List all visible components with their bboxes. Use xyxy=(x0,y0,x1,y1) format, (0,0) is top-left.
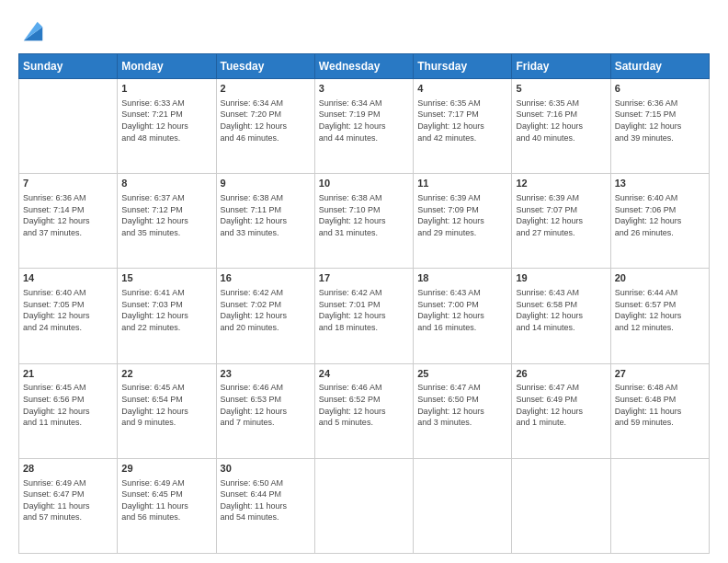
calendar-cell: 11Sunrise: 6:39 AM Sunset: 7:09 PM Dayli… xyxy=(414,174,512,269)
calendar-header-row: SundayMondayTuesdayWednesdayThursdayFrid… xyxy=(19,54,710,79)
page: SundayMondayTuesdayWednesdayThursdayFrid… xyxy=(0,0,728,563)
week-row-3: 14Sunrise: 6:40 AM Sunset: 7:05 PM Dayli… xyxy=(19,269,710,363)
calendar-cell: 24Sunrise: 6:46 AM Sunset: 6:52 PM Dayli… xyxy=(314,363,413,458)
week-row-2: 7Sunrise: 6:36 AM Sunset: 7:14 PM Daylig… xyxy=(19,174,710,269)
calendar-cell: 16Sunrise: 6:42 AM Sunset: 7:02 PM Dayli… xyxy=(216,269,314,363)
day-number: 10 xyxy=(319,177,409,190)
cell-content: Sunrise: 6:36 AM Sunset: 7:15 PM Dayligh… xyxy=(615,98,705,144)
day-number: 15 xyxy=(121,271,211,285)
day-number: 6 xyxy=(615,82,705,96)
calendar-cell xyxy=(512,458,610,553)
calendar-cell: 26Sunrise: 6:47 AM Sunset: 6:49 PM Dayli… xyxy=(512,363,610,458)
calendar-cell: 8Sunrise: 6:37 AM Sunset: 7:12 PM Daylig… xyxy=(118,174,216,269)
logo xyxy=(18,18,46,44)
cell-content: Sunrise: 6:43 AM Sunset: 7:00 PM Dayligh… xyxy=(417,287,507,333)
day-header-sunday: Sunday xyxy=(19,54,118,79)
cell-content: Sunrise: 6:40 AM Sunset: 7:05 PM Dayligh… xyxy=(23,287,113,333)
calendar-cell: 22Sunrise: 6:45 AM Sunset: 6:54 PM Dayli… xyxy=(118,363,216,458)
calendar-cell: 29Sunrise: 6:49 AM Sunset: 6:45 PM Dayli… xyxy=(118,458,216,553)
cell-content: Sunrise: 6:41 AM Sunset: 7:03 PM Dayligh… xyxy=(121,287,211,333)
day-number: 26 xyxy=(516,367,606,381)
calendar-cell xyxy=(314,458,413,553)
day-number: 17 xyxy=(319,271,409,285)
day-number: 5 xyxy=(516,82,606,96)
calendar-cell: 28Sunrise: 6:49 AM Sunset: 6:47 PM Dayli… xyxy=(19,458,118,553)
cell-content: Sunrise: 6:36 AM Sunset: 7:14 PM Dayligh… xyxy=(23,192,113,238)
cell-content: Sunrise: 6:49 AM Sunset: 6:45 PM Dayligh… xyxy=(121,477,211,523)
cell-content: Sunrise: 6:39 AM Sunset: 7:07 PM Dayligh… xyxy=(516,192,606,238)
cell-content: Sunrise: 6:33 AM Sunset: 7:21 PM Dayligh… xyxy=(121,98,211,144)
calendar-cell: 23Sunrise: 6:46 AM Sunset: 6:53 PM Dayli… xyxy=(216,363,314,458)
day-number: 30 xyxy=(221,462,311,476)
cell-content: Sunrise: 6:46 AM Sunset: 6:52 PM Dayligh… xyxy=(319,382,409,428)
day-number: 25 xyxy=(417,367,507,381)
calendar-cell: 2Sunrise: 6:34 AM Sunset: 7:20 PM Daylig… xyxy=(216,79,314,174)
day-number: 4 xyxy=(417,82,507,96)
week-row-5: 28Sunrise: 6:49 AM Sunset: 6:47 PM Dayli… xyxy=(19,458,710,553)
cell-content: Sunrise: 6:39 AM Sunset: 7:09 PM Dayligh… xyxy=(417,192,507,238)
day-number: 12 xyxy=(516,177,606,190)
day-header-thursday: Thursday xyxy=(414,54,512,79)
day-number: 27 xyxy=(615,367,705,381)
cell-content: Sunrise: 6:35 AM Sunset: 7:17 PM Dayligh… xyxy=(417,98,507,144)
calendar-cell: 18Sunrise: 6:43 AM Sunset: 7:00 PM Dayli… xyxy=(414,269,512,363)
day-number: 20 xyxy=(615,271,705,285)
day-number: 21 xyxy=(23,367,113,381)
week-row-4: 21Sunrise: 6:45 AM Sunset: 6:56 PM Dayli… xyxy=(19,363,710,458)
day-number: 16 xyxy=(221,271,311,285)
cell-content: Sunrise: 6:46 AM Sunset: 6:53 PM Dayligh… xyxy=(221,382,311,428)
cell-content: Sunrise: 6:34 AM Sunset: 7:19 PM Dayligh… xyxy=(319,98,409,144)
day-number: 8 xyxy=(121,177,211,190)
cell-content: Sunrise: 6:38 AM Sunset: 7:11 PM Dayligh… xyxy=(221,192,311,238)
day-header-monday: Monday xyxy=(118,54,216,79)
cell-content: Sunrise: 6:48 AM Sunset: 6:48 PM Dayligh… xyxy=(615,382,705,428)
calendar-cell: 21Sunrise: 6:45 AM Sunset: 6:56 PM Dayli… xyxy=(19,363,118,458)
day-number: 18 xyxy=(417,271,507,285)
day-number: 24 xyxy=(319,367,409,381)
day-number: 1 xyxy=(121,82,211,96)
day-number: 29 xyxy=(121,462,211,476)
day-number: 23 xyxy=(221,367,311,381)
day-header-wednesday: Wednesday xyxy=(314,54,413,79)
day-number: 14 xyxy=(23,271,113,285)
cell-content: Sunrise: 6:47 AM Sunset: 6:49 PM Dayligh… xyxy=(516,382,606,428)
calendar-cell: 14Sunrise: 6:40 AM Sunset: 7:05 PM Dayli… xyxy=(19,269,118,363)
calendar-cell: 4Sunrise: 6:35 AM Sunset: 7:17 PM Daylig… xyxy=(414,79,512,174)
calendar-cell: 13Sunrise: 6:40 AM Sunset: 7:06 PM Dayli… xyxy=(610,174,709,269)
calendar-cell: 30Sunrise: 6:50 AM Sunset: 6:44 PM Dayli… xyxy=(216,458,314,553)
day-number: 7 xyxy=(23,177,113,190)
calendar-cell: 3Sunrise: 6:34 AM Sunset: 7:19 PM Daylig… xyxy=(314,79,413,174)
day-number: 2 xyxy=(221,82,311,96)
day-header-saturday: Saturday xyxy=(610,54,709,79)
cell-content: Sunrise: 6:45 AM Sunset: 6:56 PM Dayligh… xyxy=(23,382,113,428)
cell-content: Sunrise: 6:38 AM Sunset: 7:10 PM Dayligh… xyxy=(319,192,409,238)
day-number: 9 xyxy=(221,177,311,190)
day-number: 13 xyxy=(615,177,705,190)
calendar-cell: 25Sunrise: 6:47 AM Sunset: 6:50 PM Dayli… xyxy=(414,363,512,458)
cell-content: Sunrise: 6:42 AM Sunset: 7:02 PM Dayligh… xyxy=(221,287,311,333)
day-number: 3 xyxy=(319,82,409,96)
calendar-cell: 5Sunrise: 6:35 AM Sunset: 7:16 PM Daylig… xyxy=(512,79,610,174)
calendar-cell: 9Sunrise: 6:38 AM Sunset: 7:11 PM Daylig… xyxy=(216,174,314,269)
calendar-cell: 27Sunrise: 6:48 AM Sunset: 6:48 PM Dayli… xyxy=(610,363,709,458)
calendar-cell xyxy=(414,458,512,553)
calendar-cell: 15Sunrise: 6:41 AM Sunset: 7:03 PM Dayli… xyxy=(118,269,216,363)
cell-content: Sunrise: 6:43 AM Sunset: 6:58 PM Dayligh… xyxy=(516,287,606,333)
day-number: 22 xyxy=(121,367,211,381)
cell-content: Sunrise: 6:47 AM Sunset: 6:50 PM Dayligh… xyxy=(417,382,507,428)
cell-content: Sunrise: 6:34 AM Sunset: 7:20 PM Dayligh… xyxy=(221,98,311,144)
cell-content: Sunrise: 6:35 AM Sunset: 7:16 PM Dayligh… xyxy=(516,98,606,144)
cell-content: Sunrise: 6:45 AM Sunset: 6:54 PM Dayligh… xyxy=(121,382,211,428)
calendar-cell: 20Sunrise: 6:44 AM Sunset: 6:57 PM Dayli… xyxy=(610,269,709,363)
cell-content: Sunrise: 6:40 AM Sunset: 7:06 PM Dayligh… xyxy=(615,192,705,238)
calendar-cell: 10Sunrise: 6:38 AM Sunset: 7:10 PM Dayli… xyxy=(314,174,413,269)
day-number: 28 xyxy=(23,462,113,476)
calendar-cell: 7Sunrise: 6:36 AM Sunset: 7:14 PM Daylig… xyxy=(19,174,118,269)
header xyxy=(18,15,710,44)
calendar-cell: 12Sunrise: 6:39 AM Sunset: 7:07 PM Dayli… xyxy=(512,174,610,269)
cell-content: Sunrise: 6:44 AM Sunset: 6:57 PM Dayligh… xyxy=(615,287,705,333)
day-number: 11 xyxy=(417,177,507,190)
calendar-cell xyxy=(19,79,118,174)
day-number: 19 xyxy=(516,271,606,285)
calendar-cell: 6Sunrise: 6:36 AM Sunset: 7:15 PM Daylig… xyxy=(610,79,709,174)
